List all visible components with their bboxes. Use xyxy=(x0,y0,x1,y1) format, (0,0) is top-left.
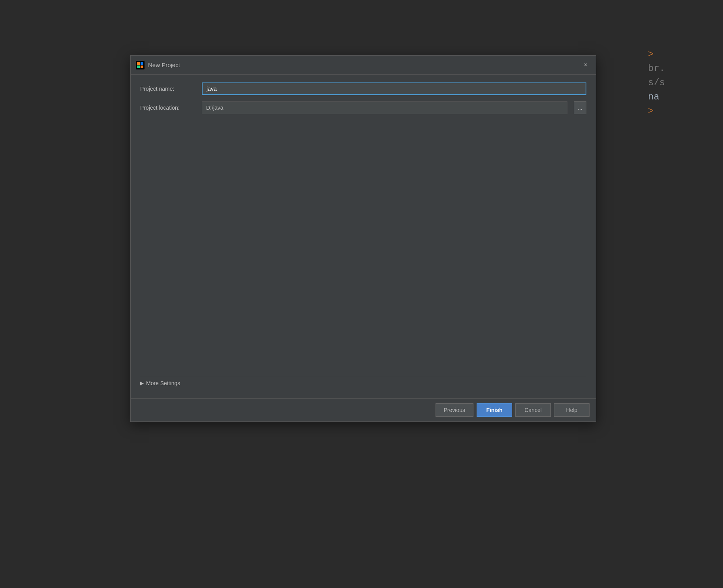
cancel-button[interactable]: Cancel xyxy=(515,403,551,417)
svg-rect-3 xyxy=(141,62,143,65)
project-name-input[interactable] xyxy=(202,82,586,95)
close-button[interactable]: × xyxy=(580,60,591,71)
svg-rect-4 xyxy=(137,66,140,68)
project-name-row: Project name: xyxy=(140,82,586,95)
code-line-2: br. xyxy=(648,62,719,76)
code-line-3: s/s xyxy=(648,76,719,90)
code-line-4: na xyxy=(648,90,719,104)
more-settings-label: More Settings xyxy=(146,380,180,386)
code-line-1: > xyxy=(648,47,719,62)
more-settings-row[interactable]: ▶ More Settings xyxy=(140,376,586,390)
app-icon xyxy=(135,60,145,70)
title-bar-left: New Project xyxy=(135,60,180,70)
dialog-title: New Project xyxy=(148,62,180,68)
svg-rect-2 xyxy=(137,62,140,65)
help-button[interactable]: Help xyxy=(554,403,590,417)
body-spacer xyxy=(140,120,586,369)
finish-button[interactable]: Finish xyxy=(477,403,512,417)
dialog-title-bar: New Project × xyxy=(131,56,596,75)
project-location-label: Project location: xyxy=(140,105,195,111)
project-location-row: Project location: ... xyxy=(140,101,586,114)
more-settings-chevron-icon: ▶ xyxy=(140,380,144,386)
background-code: > br. s/s na > xyxy=(644,0,723,588)
browse-button[interactable]: ... xyxy=(574,101,586,114)
project-name-label: Project name: xyxy=(140,86,195,92)
project-location-input[interactable] xyxy=(202,101,567,114)
dialog-body: Project name: Project location: ... ▶ Mo… xyxy=(131,75,596,398)
new-project-dialog: New Project × Project name: Project loca… xyxy=(130,55,596,422)
app-logo-icon xyxy=(136,61,145,69)
dialog-footer: Previous Finish Cancel Help xyxy=(131,398,596,421)
previous-button[interactable]: Previous xyxy=(436,403,473,417)
code-line-5: > xyxy=(648,104,719,118)
svg-rect-5 xyxy=(141,66,143,68)
